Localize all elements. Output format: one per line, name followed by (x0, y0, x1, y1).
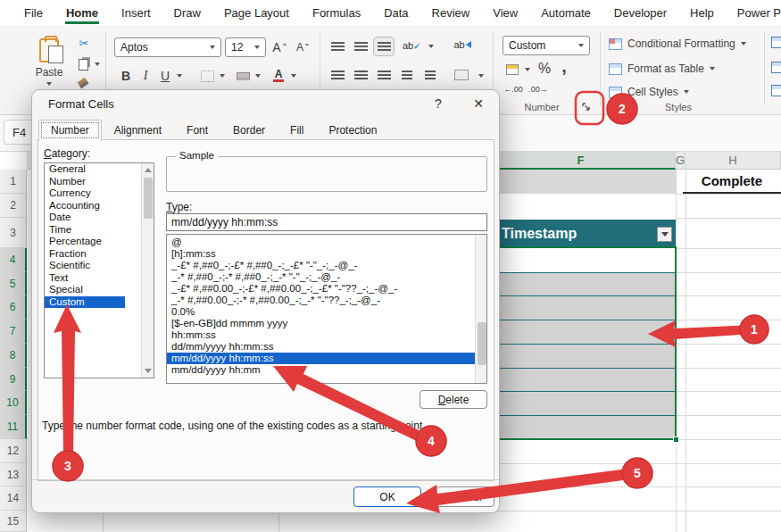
menu-tab-formulas[interactable]: Formulas (301, 1, 372, 24)
font-name-select[interactable]: Aptos (114, 37, 221, 57)
category-item[interactable]: Fraction (45, 248, 154, 261)
middle-align-button[interactable] (352, 39, 370, 54)
tab-border[interactable]: Border (220, 120, 278, 141)
scrollbar-thumb[interactable] (144, 178, 153, 219)
cell-styles-button[interactable]: Cell Styles (609, 84, 689, 100)
decrease-indent-button[interactable] (398, 68, 416, 82)
bottom-align-button[interactable] (373, 37, 395, 56)
category-item[interactable]: General (45, 163, 154, 176)
number-dialog-launcher[interactable] (582, 103, 591, 112)
decrease-decimal-button[interactable]: .00→ (528, 82, 549, 96)
format-as-table-button[interactable]: Format as Table (609, 61, 715, 77)
menu-tab-help[interactable]: Help (678, 1, 726, 24)
row-header-15[interactable]: 15 (0, 511, 27, 532)
copy-button[interactable] (77, 57, 89, 71)
cell-f3-timestamp[interactable]: Timestamp (486, 220, 676, 248)
tab-font[interactable]: Font (174, 120, 220, 141)
chevron-down-icon[interactable] (95, 62, 100, 66)
cell-h1-complete[interactable]: Complete (683, 170, 781, 194)
row-header-2[interactable]: 2 (0, 194, 27, 218)
row-header-9[interactable]: 9 (0, 368, 27, 391)
borders-button[interactable] (198, 68, 216, 84)
category-item-custom-selected[interactable]: Custom (45, 296, 125, 309)
align-center-button[interactable] (352, 68, 370, 82)
increase-font-size-button[interactable]: A (271, 39, 289, 55)
format-painter-button[interactable] (77, 77, 89, 89)
cell-f1[interactable] (486, 170, 676, 194)
type-option-selected[interactable]: mm/dd/yyyy hh:mm:ss (167, 353, 476, 364)
chevron-down-icon[interactable] (255, 74, 261, 78)
menu-tab-page-layout[interactable]: Page Layout (212, 1, 301, 24)
filter-dropdown-button[interactable] (657, 227, 672, 242)
chevron-down-icon[interactable] (177, 74, 182, 78)
row-header-1[interactable]: 1 (0, 170, 27, 194)
insert-cells-button[interactable] (770, 36, 781, 48)
orientation-button[interactable]: ab (402, 37, 423, 54)
close-button[interactable]: ✕ (465, 94, 492, 113)
tab-protection[interactable]: Protection (316, 120, 389, 141)
chevron-down-icon[interactable] (525, 68, 530, 71)
fill-color-button[interactable] (234, 68, 252, 84)
merge-center-button[interactable] (452, 68, 471, 82)
menu-tab-draw[interactable]: Draw (162, 1, 212, 24)
row-header-6[interactable]: 6 (0, 295, 27, 320)
wrap-text-button[interactable]: ab (452, 36, 473, 54)
decrease-font-size-button[interactable]: A (295, 39, 312, 55)
increase-decimal-button[interactable]: ←.00 (503, 82, 524, 96)
type-option[interactable]: _-* #,##0_-;-* #,##0_-;_-* "-"_-;_-@_- (167, 271, 486, 283)
tab-fill[interactable]: Fill (278, 120, 316, 141)
cut-button[interactable]: ✂ (75, 36, 93, 50)
row-header-10[interactable]: 10 (0, 391, 27, 415)
conditional-formatting-button[interactable]: Conditional Formatting (609, 36, 746, 52)
increase-indent-button[interactable] (421, 68, 439, 82)
category-item[interactable]: Time (45, 224, 154, 237)
comma-style-button[interactable]: , (557, 57, 571, 75)
row-header-3[interactable]: 3 (0, 218, 27, 248)
menu-tab-view[interactable]: View (481, 1, 529, 24)
help-button[interactable]: ? (425, 94, 452, 113)
scroll-up-icon[interactable] (143, 164, 154, 176)
row-header-12[interactable]: 12 (0, 439, 27, 463)
category-item[interactable]: Currency (45, 187, 154, 200)
menu-tab-home[interactable]: Home (54, 1, 110, 24)
align-right-button[interactable] (375, 68, 393, 82)
number-format-select[interactable]: Custom (503, 36, 590, 55)
align-left-button[interactable] (328, 68, 346, 82)
row-header-13[interactable]: 13 (0, 463, 27, 486)
scroll-down-icon[interactable] (143, 365, 154, 377)
delete-button[interactable]: Delete (420, 390, 487, 409)
type-option[interactable]: [$-en-GB]dd mmmm yyyy (167, 318, 486, 329)
row-header-14[interactable]: 14 (0, 486, 27, 511)
type-option[interactable]: 0.0% (167, 306, 486, 318)
column-header-f[interactable]: F (486, 152, 676, 170)
menu-tab-review[interactable]: Review (420, 1, 482, 24)
delete-cells-button[interactable] (770, 61, 781, 73)
category-listbox[interactable]: General Number Currency Accounting Date … (44, 162, 154, 378)
top-align-button[interactable] (328, 39, 346, 54)
ok-button[interactable]: OK (353, 486, 421, 507)
tab-number[interactable]: Number (38, 120, 102, 141)
category-item[interactable]: Text (45, 272, 154, 285)
chevron-down-icon[interactable] (428, 45, 434, 48)
accounting-format-button[interactable] (503, 62, 521, 77)
type-option[interactable]: @ (167, 237, 486, 248)
format-cells-button[interactable] (770, 84, 781, 96)
underline-button[interactable]: U (157, 68, 173, 84)
scrollbar-thumb[interactable] (478, 322, 486, 365)
chevron-down-icon[interactable] (220, 74, 225, 78)
menu-tab-insert[interactable]: Insert (110, 1, 162, 24)
type-scrollbar[interactable] (475, 235, 486, 383)
type-option[interactable]: [h]:mm:ss (167, 248, 486, 260)
font-color-button[interactable]: A (270, 68, 287, 84)
menu-tab-file[interactable]: File (12, 1, 54, 24)
tab-alignment[interactable]: Alignment (102, 120, 174, 141)
category-item[interactable]: Accounting (45, 200, 154, 212)
row-header-5[interactable]: 5 (0, 272, 27, 295)
paste-button[interactable]: Paste (27, 32, 71, 91)
chevron-down-icon[interactable] (291, 74, 296, 78)
category-scrollbar[interactable] (141, 163, 154, 378)
type-option[interactable]: _-£* #,##0.00_-;-£* #,##0.00_-;_-£* "-"?… (167, 283, 486, 295)
fill-handle[interactable] (673, 436, 679, 443)
type-input[interactable]: mm/dd/yyyy hh:mm:ss (166, 213, 487, 231)
font-size-select[interactable]: 12 (225, 37, 266, 57)
